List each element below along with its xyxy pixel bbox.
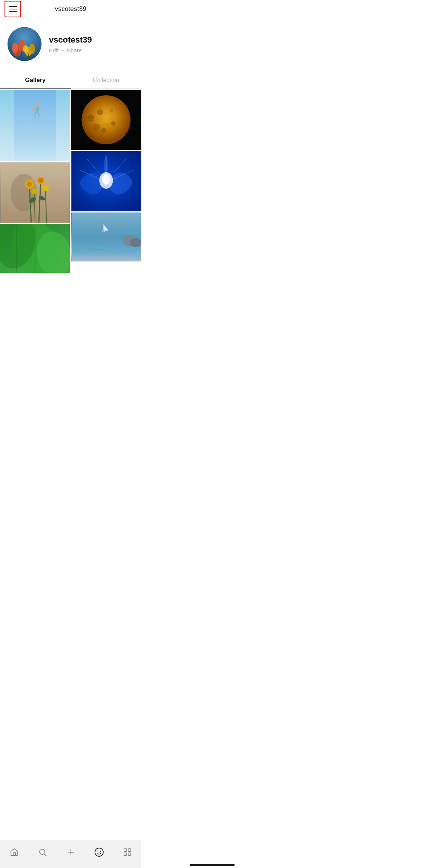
svg-point-27 (27, 182, 32, 187)
svg-point-48 (87, 115, 94, 121)
share-button[interactable]: Share (67, 47, 82, 53)
menu-line-3 (9, 11, 17, 12)
svg-point-12 (35, 103, 39, 107)
separator-dot: • (62, 47, 64, 53)
profile-info: vscotest39 Edit • Share (49, 35, 92, 53)
photo-sea[interactable] (71, 212, 141, 261)
svg-rect-8 (17, 53, 17, 58)
photo-flower[interactable] (0, 162, 70, 223)
gallery-col-left (0, 90, 70, 273)
profile-username: vscotest39 (49, 35, 92, 45)
tabs: Gallery Collection (0, 72, 141, 89)
svg-point-53 (103, 174, 110, 185)
photo-green-leaves[interactable] (0, 224, 70, 273)
photo-blue-abstract[interactable] (71, 151, 141, 211)
photo-jump[interactable] (0, 90, 70, 161)
svg-point-31 (31, 188, 37, 194)
profile-actions: Edit • Share (49, 47, 92, 53)
avatar[interactable] (8, 27, 41, 61)
svg-point-6 (29, 44, 35, 54)
svg-point-7 (23, 45, 28, 53)
svg-point-44 (111, 121, 116, 126)
menu-line-2 (9, 9, 17, 9)
header-title: vscotest39 (55, 5, 86, 13)
svg-point-45 (93, 124, 100, 131)
photo-moon[interactable] (71, 90, 141, 150)
gallery-grid (0, 89, 141, 273)
svg-point-47 (101, 128, 107, 133)
edit-button[interactable]: Edit (49, 47, 59, 53)
svg-point-4 (12, 43, 18, 53)
menu-line-1 (9, 6, 17, 7)
svg-rect-13 (36, 107, 38, 111)
tab-gallery[interactable]: Gallery (0, 72, 71, 88)
svg-point-43 (97, 109, 103, 115)
svg-point-29 (38, 178, 43, 183)
header: vscotest39 (0, 0, 141, 18)
tab-collection[interactable]: Collection (71, 72, 142, 88)
svg-rect-9 (21, 50, 22, 57)
svg-point-30 (42, 185, 49, 191)
svg-rect-11 (14, 90, 56, 161)
gallery-col-right (71, 90, 141, 273)
profile-section: vscotest39 Edit • Share (0, 18, 141, 72)
svg-rect-10 (28, 54, 29, 59)
menu-button[interactable] (5, 1, 21, 17)
svg-point-46 (110, 108, 113, 112)
svg-point-66 (130, 238, 142, 247)
